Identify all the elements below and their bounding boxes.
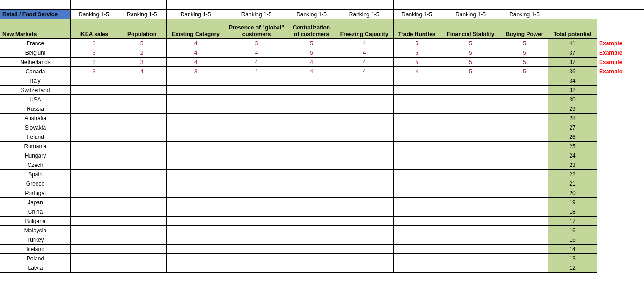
ranking-cell[interactable] [167, 207, 225, 217]
ranking-cell[interactable] [167, 245, 225, 254]
ranking-cell[interactable] [501, 160, 548, 170]
ranking-cell[interactable]: 5 [288, 48, 335, 58]
ranking-cell[interactable]: 3 [71, 39, 117, 48]
ranking-cell[interactable]: 5 [440, 67, 501, 76]
ranking-cell[interactable] [225, 142, 288, 151]
ranking-cell[interactable] [501, 198, 548, 207]
ranking-cell[interactable] [71, 104, 117, 114]
ranking-cell[interactable] [71, 263, 117, 273]
ranking-cell[interactable] [335, 160, 394, 170]
ranking-cell[interactable] [335, 226, 394, 235]
ranking-cell[interactable] [167, 226, 225, 235]
ranking-cell[interactable]: 5 [225, 39, 288, 48]
ranking-cell[interactable] [225, 86, 288, 95]
ranking-cell[interactable] [288, 142, 335, 151]
ranking-cell[interactable]: 3 [167, 67, 225, 76]
ranking-cell[interactable] [394, 245, 440, 254]
ranking-cell[interactable]: 3 [71, 48, 117, 58]
ranking-cell[interactable] [167, 123, 225, 132]
ranking-cell[interactable] [501, 245, 548, 254]
ranking-cell[interactable] [225, 188, 288, 198]
ranking-cell[interactable] [167, 170, 225, 179]
ranking-cell[interactable] [117, 160, 167, 170]
ranking-cell[interactable] [440, 207, 501, 217]
ranking-cell[interactable] [501, 95, 548, 104]
ranking-cell[interactable]: 5 [440, 48, 501, 58]
ranking-cell[interactable] [501, 142, 548, 151]
ranking-cell[interactable] [288, 263, 335, 273]
ranking-cell[interactable] [288, 188, 335, 198]
ranking-cell[interactable] [440, 254, 501, 263]
ranking-cell[interactable]: 5 [394, 48, 440, 58]
ranking-cell[interactable] [440, 104, 501, 114]
ranking-cell[interactable]: 3 [71, 67, 117, 76]
ranking-cell[interactable] [225, 263, 288, 273]
ranking-cell[interactable] [225, 254, 288, 263]
ranking-cell[interactable] [117, 263, 167, 273]
ranking-cell[interactable] [117, 95, 167, 104]
ranking-cell[interactable] [71, 95, 117, 104]
ranking-cell[interactable] [117, 245, 167, 254]
ranking-cell[interactable] [167, 254, 225, 263]
ranking-cell[interactable] [440, 142, 501, 151]
ranking-cell[interactable] [225, 217, 288, 226]
ranking-cell[interactable] [117, 254, 167, 263]
ranking-cell[interactable] [225, 76, 288, 86]
ranking-cell[interactable] [501, 254, 548, 263]
ranking-cell[interactable] [167, 235, 225, 245]
ranking-cell[interactable]: 5 [117, 39, 167, 48]
ranking-cell[interactable]: 4 [394, 67, 440, 76]
ranking-cell[interactable] [501, 263, 548, 273]
ranking-cell[interactable]: 4 [288, 67, 335, 76]
ranking-cell[interactable] [225, 95, 288, 104]
ranking-cell[interactable] [71, 170, 117, 179]
ranking-cell[interactable] [501, 151, 548, 160]
ranking-cell[interactable] [440, 86, 501, 95]
ranking-cell[interactable] [288, 76, 335, 86]
ranking-cell[interactable] [117, 226, 167, 235]
ranking-cell[interactable]: 4 [225, 48, 288, 58]
ranking-cell[interactable] [288, 160, 335, 170]
ranking-cell[interactable] [501, 207, 548, 217]
ranking-cell[interactable] [394, 95, 440, 104]
ranking-cell[interactable] [225, 198, 288, 207]
ranking-cell[interactable] [167, 86, 225, 95]
ranking-cell[interactable] [167, 76, 225, 86]
ranking-cell[interactable] [117, 123, 167, 132]
ranking-cell[interactable] [394, 151, 440, 160]
ranking-cell[interactable]: 5 [440, 39, 501, 48]
ranking-cell[interactable] [167, 151, 225, 160]
ranking-cell[interactable] [167, 217, 225, 226]
ranking-cell[interactable] [501, 188, 548, 198]
ranking-cell[interactable] [335, 170, 394, 179]
ranking-cell[interactable] [335, 207, 394, 217]
ranking-cell[interactable] [71, 132, 117, 142]
ranking-cell[interactable] [335, 235, 394, 245]
ranking-cell[interactable] [117, 207, 167, 217]
ranking-cell[interactable] [440, 263, 501, 273]
ranking-cell[interactable] [288, 217, 335, 226]
ranking-cell[interactable] [288, 198, 335, 207]
ranking-cell[interactable] [335, 151, 394, 160]
ranking-cell[interactable] [117, 104, 167, 114]
ranking-cell[interactable] [335, 114, 394, 123]
ranking-cell[interactable] [394, 170, 440, 179]
ranking-cell[interactable]: 5 [501, 39, 548, 48]
ranking-cell[interactable] [117, 235, 167, 245]
ranking-cell[interactable] [225, 179, 288, 188]
ranking-cell[interactable] [335, 123, 394, 132]
ranking-cell[interactable] [167, 179, 225, 188]
ranking-cell[interactable] [335, 132, 394, 142]
ranking-cell[interactable] [225, 114, 288, 123]
ranking-cell[interactable] [394, 254, 440, 263]
ranking-cell[interactable] [501, 86, 548, 95]
ranking-cell[interactable] [225, 235, 288, 245]
ranking-cell[interactable] [501, 226, 548, 235]
ranking-cell[interactable] [71, 123, 117, 132]
ranking-cell[interactable] [117, 198, 167, 207]
ranking-cell[interactable] [288, 179, 335, 188]
ranking-cell[interactable] [71, 151, 117, 160]
ranking-cell[interactable]: 4 [225, 58, 288, 67]
ranking-cell[interactable] [394, 198, 440, 207]
ranking-cell[interactable]: 2 [117, 48, 167, 58]
